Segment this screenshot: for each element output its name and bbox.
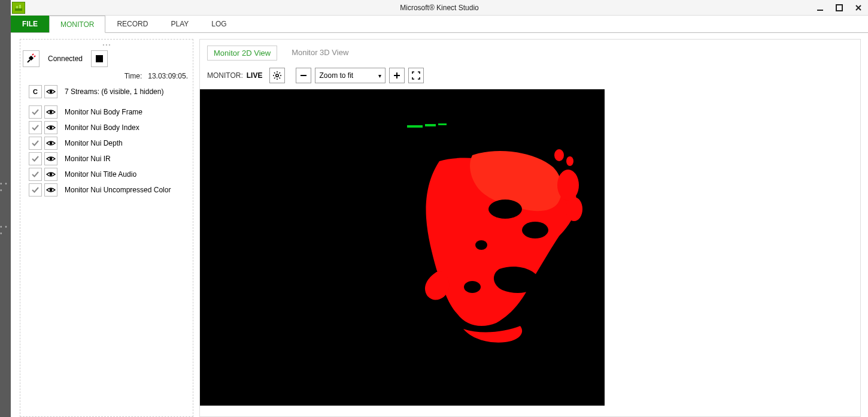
svg-rect-14 (301, 75, 306, 76)
plus-icon (393, 71, 401, 80)
gear-icon (272, 71, 282, 80)
fullscreen-button[interactable] (408, 68, 424, 83)
stream-visibility-toggle[interactable] (44, 121, 57, 134)
svg-rect-20 (438, 123, 447, 125)
stream-visibility-toggle[interactable] (44, 168, 57, 181)
stream-list: Monitor Nui Body FrameMonitor Nui Body I… (23, 103, 190, 199)
stream-enable-toggle[interactable] (29, 168, 42, 181)
monitor-toolbar: MONITOR: LIVE Zoom to fit ▾ (200, 65, 860, 89)
grip-dots: • • • (0, 223, 11, 237)
time-value: 13.03:09:05. (148, 72, 188, 80)
stream-visibility-toggle[interactable] (44, 137, 57, 150)
time-row: Time: 13.03:09:05. (23, 72, 188, 80)
app-icon (12, 2, 25, 14)
svg-point-28 (464, 281, 481, 293)
svg-point-9 (50, 142, 53, 145)
stream-name: Monitor Nui Depth (65, 139, 123, 147)
svg-rect-2 (19, 5, 21, 8)
menubar: FILE MONITOR RECORD PLAY LOG (11, 16, 868, 33)
connect-button[interactable] (23, 50, 40, 67)
stream-item: Monitor Nui Body Index (29, 121, 190, 134)
stream-visibility-toggle[interactable] (44, 105, 57, 119)
svg-point-10 (50, 158, 53, 161)
svg-point-7 (50, 111, 53, 114)
svg-point-13 (276, 74, 278, 77)
svg-point-11 (50, 173, 53, 176)
svg-point-27 (475, 240, 487, 250)
time-label: Time: (125, 72, 142, 80)
stream-enable-toggle[interactable] (29, 121, 42, 134)
svg-point-8 (50, 126, 53, 129)
svg-rect-19 (425, 124, 436, 126)
expand-icon (412, 71, 420, 80)
tab-monitor-2d[interactable]: Monitor 2D View (207, 46, 277, 61)
minus-icon (299, 71, 308, 80)
depth-viewport[interactable] (200, 89, 605, 406)
monitor-label: MONITOR: (207, 71, 243, 80)
stream-enable-toggle[interactable] (29, 137, 42, 150)
zoom-select[interactable]: Zoom to fit ▾ (315, 68, 386, 83)
panel-grip[interactable]: • • • (23, 42, 190, 48)
streams-header: C 7 Streams: (6 visible, 1 hidden) (29, 85, 190, 98)
titlebar: Microsoft® Kinect Studio (11, 0, 868, 16)
svg-rect-4 (836, 5, 842, 11)
collapse-button[interactable]: C (29, 85, 42, 98)
stream-name: Monitor Nui Uncompressed Color (65, 186, 171, 194)
maximize-button[interactable] (830, 1, 849, 15)
svg-point-22 (566, 197, 582, 221)
body: • • • Connected Time: 13.03:09:05. C (11, 33, 868, 417)
menu-monitor[interactable]: MONITOR (49, 16, 105, 33)
main-panel: Monitor 2D View Monitor 3D View MONITOR:… (199, 39, 861, 417)
zoom-value: Zoom to fit (319, 71, 353, 80)
c-letter: C (33, 88, 38, 95)
tab-monitor-3d[interactable]: Monitor 3D View (286, 46, 354, 61)
minimize-button[interactable] (811, 1, 830, 15)
stream-name: Monitor Nui IR (65, 155, 111, 163)
window-controls (811, 1, 868, 15)
stream-item: Monitor Nui Title Audio (29, 168, 190, 181)
svg-point-23 (554, 149, 564, 161)
svg-point-26 (522, 222, 548, 238)
stream-visibility-toggle[interactable] (44, 152, 57, 165)
stream-item: Monitor Nui IR (29, 152, 190, 165)
stop-icon (96, 55, 103, 62)
svg-point-21 (557, 170, 579, 201)
visibility-toggle-all[interactable] (44, 85, 57, 98)
connection-row: Connected (23, 50, 190, 67)
close-button[interactable] (849, 1, 868, 15)
svg-rect-16 (396, 72, 397, 78)
menu-play[interactable]: PLAY (159, 16, 200, 32)
stream-enable-toggle[interactable] (29, 183, 42, 197)
menu-file[interactable]: FILE (11, 16, 49, 32)
stream-enable-toggle[interactable] (29, 152, 42, 165)
menu-record[interactable]: RECORD (105, 16, 159, 32)
grip-dots: • • • (0, 180, 11, 194)
left-dock-grip[interactable]: • • • • • • (0, 0, 11, 417)
connection-status: Connected (42, 55, 89, 63)
svg-rect-1 (16, 6, 18, 8)
menu-log[interactable]: LOG (200, 16, 238, 32)
settings-button[interactable] (269, 68, 285, 83)
stream-item: Monitor Nui Body Frame (29, 105, 190, 119)
stream-item: Monitor Nui Depth (29, 137, 190, 150)
svg-point-24 (566, 156, 573, 166)
svg-point-6 (50, 90, 53, 93)
streams-summary: 7 Streams: (6 visible, 1 hidden) (65, 87, 163, 96)
zoom-in-button[interactable] (389, 68, 405, 83)
stream-name: Monitor Nui Body Frame (65, 108, 142, 116)
streams-panel: • • • Connected Time: 13.03:09:05. C (20, 39, 193, 417)
stream-item: Monitor Nui Uncompressed Color (29, 183, 190, 197)
svg-rect-0 (15, 8, 22, 11)
stream-enable-toggle[interactable] (29, 105, 42, 119)
window-title: Microsoft® Kinect Studio (400, 4, 479, 12)
stream-name: Monitor Nui Body Index (65, 123, 139, 132)
chevron-down-icon: ▾ (378, 72, 381, 79)
left-panel: • • • Connected Time: 13.03:09:05. C (20, 39, 193, 417)
svg-point-12 (50, 189, 53, 192)
stream-visibility-toggle[interactable] (44, 183, 57, 197)
svg-point-25 (488, 200, 522, 219)
stop-button[interactable] (91, 50, 108, 67)
svg-rect-18 (407, 125, 423, 128)
zoom-out-button[interactable] (296, 68, 311, 83)
app-window: Microsoft® Kinect Studio FILE MONITOR RE… (11, 0, 868, 417)
